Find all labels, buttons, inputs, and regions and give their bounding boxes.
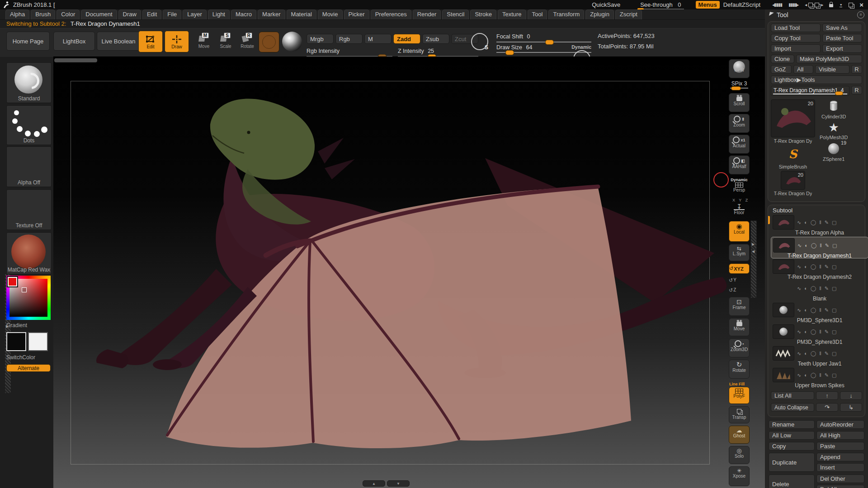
rgb-button[interactable]: Rgb bbox=[335, 34, 363, 44]
edit-button[interactable]: Edit bbox=[138, 31, 163, 52]
home-page-button[interactable]: Home Page bbox=[6, 32, 50, 51]
subtool-item[interactable]: ∿◐◯‖✎▢ T-Rex Dragon Dynamesh2 bbox=[773, 259, 867, 281]
menu-marker[interactable]: Marker bbox=[258, 9, 285, 19]
eye-icon[interactable]: ◐ bbox=[804, 220, 807, 225]
subtool-thumbnail[interactable] bbox=[773, 324, 794, 339]
export-button[interactable]: Export bbox=[822, 44, 862, 53]
menu-material[interactable]: Material bbox=[287, 9, 316, 19]
frame-button[interactable]: ⊡ Frame bbox=[729, 297, 750, 316]
focal-shift-slider[interactable]: Focal Shift 0 bbox=[496, 32, 591, 42]
eye-icon[interactable]: ◐ bbox=[804, 286, 807, 291]
floor-button[interactable]: ↧ Floor bbox=[729, 202, 750, 219]
subtool-thumbnail[interactable] bbox=[773, 368, 794, 382]
spix-slider[interactable]: SPix 3 bbox=[729, 80, 750, 91]
paste-tool-button[interactable]: Paste Tool bbox=[822, 34, 862, 42]
pen-icon[interactable]: ✎ bbox=[825, 351, 829, 357]
subtool-thumbnail[interactable] bbox=[773, 303, 794, 317]
tool-thumb-trex-large[interactable]: 20 T-Rex Dragon Dy bbox=[771, 99, 815, 144]
canvas-scroll-down-button[interactable]: ▼ bbox=[387, 480, 410, 487]
eye-icon[interactable]: ◐ bbox=[805, 243, 808, 248]
list-all-button[interactable]: List All bbox=[771, 391, 814, 400]
color-picker[interactable] bbox=[6, 276, 51, 320]
scale-button[interactable]: S Scale bbox=[215, 33, 236, 49]
all-low-button[interactable]: All Low bbox=[769, 431, 815, 440]
polypaint-icon[interactable]: ∿ bbox=[797, 220, 801, 225]
texture-selector[interactable]: Texture Off bbox=[6, 189, 52, 230]
canvas-scroll-up-button[interactable]: ▲ bbox=[363, 480, 385, 487]
collapse-left-icon[interactable]: ◂▮▮▮▮ bbox=[772, 2, 782, 7]
menu-render[interactable]: Render bbox=[413, 9, 441, 19]
polypaint-icon[interactable]: ∿ bbox=[797, 329, 801, 335]
poly-icon[interactable]: ▢ bbox=[832, 243, 837, 249]
rgb-intensity-slider[interactable]: Rgb Intensity bbox=[307, 47, 392, 57]
eye-icon[interactable]: ◐ bbox=[804, 372, 807, 378]
lock-icon[interactable] bbox=[829, 4, 833, 7]
lsym-button[interactable]: ⇆ L.Sym bbox=[729, 244, 750, 261]
tool-thumb-cylinder3d[interactable]: Cylinder3D bbox=[821, 99, 846, 119]
copy-tool-button[interactable]: Copy Tool bbox=[771, 34, 821, 42]
pen-icon[interactable]: ✎ bbox=[825, 220, 829, 225]
menu-zscript[interactable]: Zscript bbox=[615, 9, 642, 19]
goz-button[interactable]: GoZ bbox=[771, 65, 792, 74]
bars-icon[interactable]: ‖ bbox=[819, 286, 821, 291]
minimize-icon[interactable]: ▾ bbox=[840, 3, 842, 7]
polypaint-icon[interactable]: ∿ bbox=[797, 351, 801, 357]
copy-subtool-button[interactable]: Copy bbox=[769, 442, 815, 450]
eye2-icon[interactable]: ◯ bbox=[811, 372, 816, 378]
tool-thumb-simplebrush[interactable]: S SimpleBrush bbox=[779, 145, 807, 169]
duplicate-button[interactable]: Duplicate bbox=[769, 453, 815, 472]
stroke-curve-icon[interactable]: S bbox=[471, 33, 488, 50]
bars-icon[interactable]: ‖ bbox=[819, 220, 821, 225]
live-boolean-button[interactable]: Live Boolean bbox=[97, 32, 140, 51]
see-through-slider[interactable]: See-through 0 bbox=[636, 1, 685, 8]
material-sphere-button[interactable] bbox=[282, 32, 302, 52]
save-as-button[interactable]: Save As bbox=[822, 23, 862, 32]
eye-icon[interactable]: ◐ bbox=[804, 351, 807, 356]
subtool-item[interactable]: ∿◐◯‖✎▢ Teeth Upper Jaw1 bbox=[773, 346, 867, 368]
auto-collapse-button[interactable]: Auto Collapse bbox=[771, 403, 814, 412]
subtool-thumbnail[interactable] bbox=[773, 346, 794, 361]
document-canvas[interactable] bbox=[53, 56, 765, 488]
lightbox-button[interactable]: LightBox bbox=[53, 32, 95, 51]
polypaint-icon[interactable]: ∿ bbox=[797, 264, 801, 270]
menu-preferences[interactable]: Preferences bbox=[371, 9, 411, 19]
aahalf-button[interactable]: ◧ AAHalf bbox=[729, 155, 750, 174]
menus-toggle-button[interactable]: Menus bbox=[696, 1, 720, 9]
pen-icon[interactable]: ✎ bbox=[825, 372, 829, 378]
menu-light[interactable]: Light bbox=[208, 9, 230, 19]
all-high-button[interactable]: All High bbox=[816, 431, 864, 440]
subtool-item-selected[interactable]: ∿◐◯‖✎▢ T-Rex Dragon Dynamesh1 bbox=[771, 237, 868, 258]
subtool-down-button[interactable]: ↓ bbox=[840, 391, 862, 400]
paste-subtool-button[interactable]: Paste bbox=[816, 442, 864, 450]
menu-zplugin[interactable]: Zplugin bbox=[585, 9, 614, 19]
poly-icon[interactable]: ▢ bbox=[832, 372, 836, 378]
move-canvas-button[interactable]: Move bbox=[729, 318, 750, 336]
del-all-button[interactable]: Del All bbox=[816, 485, 864, 488]
subtool-thumbnail[interactable] bbox=[773, 238, 795, 253]
floor-axis-hint[interactable]: X Y Z bbox=[732, 198, 749, 202]
pen-icon[interactable]: ✎ bbox=[825, 307, 829, 313]
bars-icon[interactable]: ‖ bbox=[819, 307, 821, 313]
menu-document[interactable]: Document bbox=[81, 9, 117, 19]
pen-icon[interactable]: ✎ bbox=[825, 329, 829, 335]
canvas-hscroll-handle[interactable] bbox=[54, 58, 97, 62]
tool-thumb-zsphere1[interactable]: 19 ZSphere1 bbox=[822, 142, 845, 162]
menu-file[interactable]: File bbox=[163, 9, 181, 19]
duplicate-up-icon-button[interactable]: ↷ bbox=[816, 403, 838, 412]
rotate-y-button[interactable]: ↺ Y bbox=[729, 276, 750, 284]
load-tool-button[interactable]: Load Tool bbox=[771, 23, 821, 32]
dock-left-icon[interactable] bbox=[808, 3, 813, 7]
zsub-button[interactable]: Zsub bbox=[422, 34, 449, 44]
menu-edit[interactable]: Edit bbox=[142, 9, 161, 19]
zoom3d-button[interactable]: ▪ Zoom3D bbox=[729, 338, 750, 357]
pen-icon[interactable]: ✎ bbox=[825, 243, 829, 249]
eye2-icon[interactable]: ◯ bbox=[811, 286, 816, 291]
current-tool-slider[interactable]: T-Rex Dragon Dynamesh1. 4 bbox=[771, 86, 849, 96]
draw-button[interactable]: Draw bbox=[165, 31, 189, 52]
subtool-item[interactable]: ∿◐◯‖✎▢ PM3D_Sphere3D1 bbox=[773, 324, 867, 346]
zoom-button[interactable]: ⇕ Zoom bbox=[729, 114, 750, 133]
goz-visible-button[interactable]: Visible bbox=[815, 65, 849, 74]
right-shelf-splitter[interactable]: ▶◀ bbox=[750, 221, 757, 298]
local-button[interactable]: ◉ Local bbox=[729, 221, 750, 242]
poly-icon[interactable]: ▢ bbox=[832, 286, 836, 291]
